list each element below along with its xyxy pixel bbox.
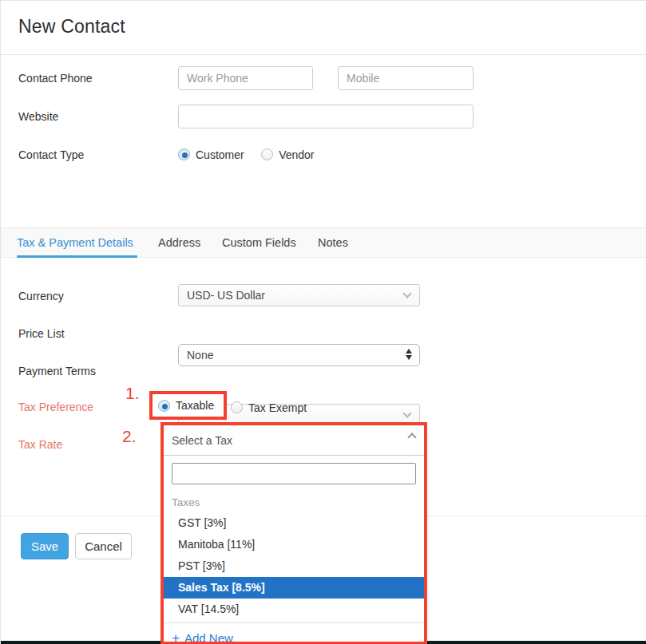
- add-new-label: Add New: [184, 631, 233, 642]
- tab-address[interactable]: Address: [158, 236, 200, 249]
- tax-option-vat[interactable]: VAT [14.5%]: [164, 599, 424, 620]
- vendor-radio-option[interactable]: Vendor: [261, 147, 314, 160]
- active-tab-underline: [17, 255, 137, 258]
- customer-radio-option[interactable]: Customer: [178, 147, 248, 160]
- save-button[interactable]: Save: [21, 533, 69, 559]
- taxable-highlight-box: Taxable: [149, 391, 227, 420]
- chevron-up-icon: [407, 433, 416, 441]
- annotation-step-2: 2.: [122, 427, 137, 446]
- contact-type-label: Contact Type: [18, 148, 84, 161]
- tax-option-gst[interactable]: GST [3%]: [164, 512, 424, 534]
- currency-select[interactable]: USD- US Dollar: [178, 284, 420, 306]
- tax-rate-dropdown: Select a Tax Taxes GST [3%] Manitoba [11…: [164, 425, 424, 642]
- vendor-radio-label: Vendor: [279, 148, 314, 161]
- price-list-select[interactable]: None: [178, 344, 420, 366]
- header-divider: [1, 54, 646, 55]
- tax-exempt-radio[interactable]: [231, 401, 243, 413]
- tax-rate-dropdown-value: Select a Tax: [172, 434, 232, 447]
- tax-option-sales-tax[interactable]: Sales Tax [8.5%]: [164, 577, 424, 599]
- tax-preference-label: Tax Preference: [18, 401, 93, 413]
- mobile-input[interactable]: [338, 66, 474, 90]
- tax-group-label: Taxes: [172, 496, 416, 508]
- vendor-radio[interactable]: [261, 148, 273, 160]
- tax-options-list: GST [3%] Manitoba [11%] PST [3%] Sales T…: [164, 512, 424, 620]
- plus-icon: +: [172, 630, 180, 642]
- add-new-tax-button[interactable]: +Add New: [164, 623, 424, 642]
- tax-rate-highlight-box: Select a Tax Taxes GST [3%] Manitoba [11…: [161, 422, 427, 644]
- tax-rate-label: Tax Rate: [18, 438, 62, 451]
- tab-custom-fields[interactable]: Custom Fields: [222, 236, 296, 249]
- new-contact-page: New Contact Contact Phone Website Contac…: [0, 0, 646, 644]
- contact-type-radios: Customer Vendor: [178, 147, 315, 161]
- tax-rate-dropdown-header[interactable]: Select a Tax: [164, 425, 424, 456]
- chevron-down-icon: [402, 409, 411, 417]
- chevron-down-icon: [402, 289, 411, 298]
- page-title: New Contact: [18, 16, 125, 38]
- tax-search-input[interactable]: [172, 463, 416, 484]
- website-label: Website: [18, 110, 58, 123]
- currency-select-value: USD- US Dollar: [187, 289, 265, 302]
- taxable-radio[interactable]: [158, 400, 170, 412]
- updown-arrows-icon: [406, 349, 412, 360]
- tax-exempt-option[interactable]: Tax Exempt: [231, 400, 307, 414]
- customer-radio-label: Customer: [196, 148, 244, 161]
- tab-bar: Tax & Payment Details Address Custom Fie…: [1, 227, 646, 258]
- annotation-step-1: 1.: [125, 384, 140, 403]
- work-phone-input[interactable]: [178, 66, 313, 90]
- tax-option-manitoba[interactable]: Manitoba [11%]: [164, 534, 424, 555]
- payment-terms-label: Payment Terms: [18, 365, 96, 377]
- tab-tax-payment-details[interactable]: Tax & Payment Details: [17, 236, 133, 249]
- tax-exempt-radio-label: Tax Exempt: [248, 401, 307, 414]
- customer-radio[interactable]: [178, 148, 190, 160]
- taxable-radio-label: Taxable: [176, 399, 214, 412]
- tab-notes[interactable]: Notes: [318, 236, 348, 249]
- currency-label: Currency: [18, 290, 64, 302]
- contact-phone-label: Contact Phone: [18, 72, 93, 85]
- price-list-select-value: None: [187, 349, 213, 362]
- website-input[interactable]: [178, 105, 474, 128]
- tax-option-pst[interactable]: PST [3%]: [164, 555, 424, 577]
- price-list-label: Price List: [18, 327, 65, 340]
- cancel-button[interactable]: Cancel: [75, 533, 132, 559]
